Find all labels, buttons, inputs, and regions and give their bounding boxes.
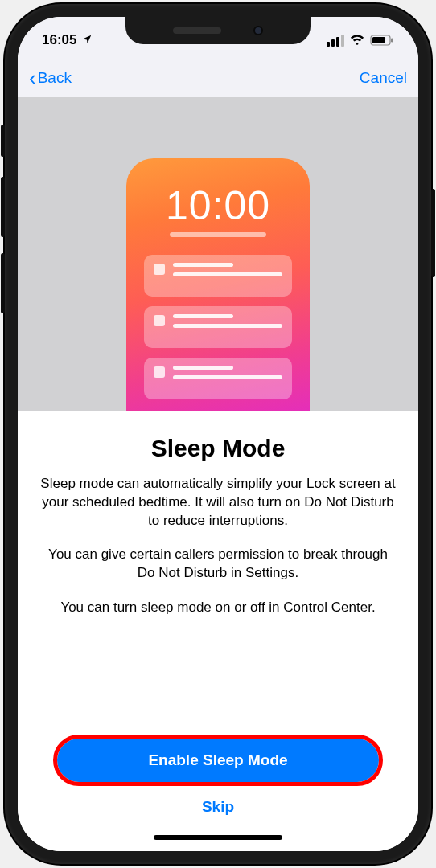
home-indicator-area — [18, 824, 418, 851]
preview-notification — [144, 255, 292, 297]
back-button[interactable]: ‹ Back — [29, 68, 72, 88]
device-frame: 16:05 — [5, 4, 431, 864]
preview-notification — [144, 306, 292, 348]
page-title: Sleep Mode — [40, 435, 396, 462]
preview-underline — [170, 232, 266, 237]
description-1: Sleep mode can automatically simplify yo… — [40, 475, 396, 530]
front-camera — [253, 26, 263, 35]
screen: 16:05 — [18, 17, 418, 851]
location-arrow-icon — [81, 34, 93, 47]
battery-icon — [370, 35, 394, 46]
enable-sleep-mode-button[interactable]: Enable Sleep Mode — [57, 739, 379, 782]
wifi-icon — [350, 35, 364, 46]
description-2: You can give certain callers permission … — [40, 546, 396, 583]
volume-up-button — [1, 177, 5, 237]
preview-clock: 10:00 — [166, 182, 270, 229]
home-indicator[interactable] — [154, 835, 282, 840]
button-row: Enable Sleep Mode Skip — [18, 727, 418, 824]
lockscreen-preview: 10:00 — [126, 158, 310, 411]
cancel-button[interactable]: Cancel — [360, 69, 407, 87]
notch — [125, 17, 311, 44]
back-label: Back — [38, 69, 72, 87]
preview-notification — [144, 358, 292, 399]
chevron-left-icon: ‹ — [29, 68, 36, 88]
illustration-area: 10:00 — [18, 97, 418, 411]
nav-bar: ‹ Back Cancel — [18, 59, 418, 97]
volume-down-button — [1, 253, 5, 313]
content-area: Sleep Mode Sleep mode can automatically … — [18, 411, 418, 727]
speaker-grille — [173, 27, 221, 34]
power-button — [431, 189, 435, 277]
status-time: 16:05 — [42, 32, 76, 48]
cellular-signal-icon — [327, 35, 344, 47]
description-3: You can turn sleep mode on or off in Con… — [40, 599, 396, 617]
skip-button[interactable]: Skip — [37, 782, 399, 824]
svg-rect-1 — [372, 37, 385, 43]
svg-rect-2 — [391, 39, 393, 43]
mute-switch — [1, 125, 5, 157]
